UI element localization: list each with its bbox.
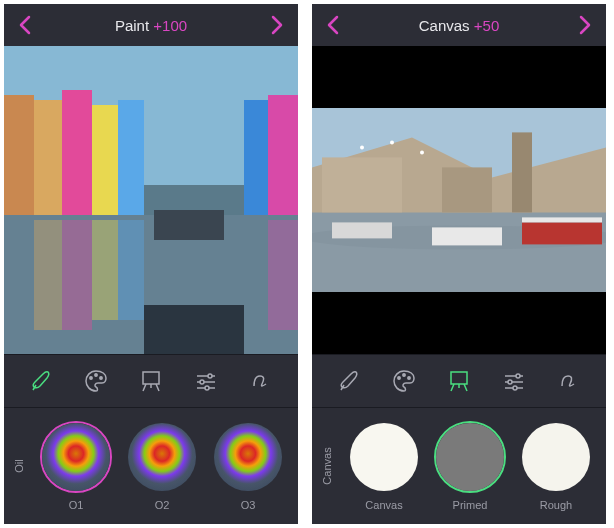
palette-icon [83, 368, 109, 394]
thumb-o1[interactable]: O1 [40, 421, 112, 511]
screen-paint: Paint +100 [4, 4, 298, 524]
top-bar: Canvas +50 [312, 4, 606, 46]
svg-rect-8 [268, 95, 298, 215]
back-button[interactable] [12, 12, 38, 38]
svg-rect-31 [332, 222, 392, 238]
painted-image [312, 108, 606, 293]
tool-sliders[interactable] [184, 359, 228, 403]
svg-rect-16 [144, 305, 244, 354]
svg-rect-10 [34, 220, 62, 330]
title-value: +50 [474, 17, 499, 34]
svg-point-18 [95, 374, 97, 376]
tool-brush[interactable] [327, 359, 371, 403]
svg-rect-2 [4, 95, 34, 215]
signature-icon [248, 368, 274, 394]
svg-rect-11 [62, 220, 92, 330]
top-bar: Paint +100 [4, 4, 298, 46]
svg-point-39 [403, 374, 405, 376]
tool-sliders[interactable] [492, 359, 536, 403]
thumb-canvas[interactable]: Canvas [348, 421, 420, 511]
painted-image [4, 46, 298, 354]
tool-palette[interactable] [382, 359, 426, 403]
brush-icon [28, 368, 54, 394]
tool-easel[interactable] [129, 359, 173, 403]
easel-icon [138, 368, 164, 394]
tool-easel[interactable] [437, 359, 481, 403]
tool-palette[interactable] [74, 359, 118, 403]
tool-bar [312, 354, 606, 408]
svg-rect-4 [62, 90, 92, 215]
sliders-icon [193, 368, 219, 394]
image-viewport[interactable] [312, 46, 606, 354]
back-button[interactable] [320, 12, 346, 38]
svg-point-43 [508, 380, 512, 384]
svg-rect-20 [143, 372, 159, 384]
screen-canvas: Canvas +50 [312, 4, 606, 524]
svg-point-37 [420, 150, 424, 154]
image-viewport[interactable] [4, 46, 298, 354]
thumb-list[interactable]: Canvas Primed Rough [342, 421, 606, 511]
svg-point-36 [390, 140, 394, 144]
thumb-primed[interactable]: Primed [434, 421, 506, 511]
svg-point-21 [208, 374, 212, 378]
forward-button[interactable] [572, 12, 598, 38]
svg-rect-7 [244, 100, 268, 215]
easel-icon [446, 368, 472, 394]
chevron-left-icon [18, 15, 32, 35]
svg-point-44 [513, 386, 517, 390]
svg-point-17 [90, 377, 92, 379]
chevron-left-icon [326, 15, 340, 35]
category-label: Canvas [312, 414, 342, 518]
tool-bar [4, 354, 298, 408]
svg-point-38 [398, 377, 400, 379]
svg-rect-12 [92, 220, 118, 320]
brush-icon [336, 368, 362, 394]
svg-rect-15 [154, 210, 224, 240]
svg-rect-28 [442, 167, 492, 212]
svg-rect-13 [118, 220, 144, 320]
svg-point-42 [516, 374, 520, 378]
thumb-list[interactable]: O1 O2 O3 [34, 421, 298, 511]
title-prefix: Canvas [419, 17, 474, 34]
tool-signature[interactable] [239, 359, 283, 403]
palette-icon [391, 368, 417, 394]
tool-signature[interactable] [547, 359, 591, 403]
thumb-o3[interactable]: O3 [212, 421, 284, 511]
svg-rect-41 [451, 372, 467, 384]
chevron-right-icon [578, 15, 592, 35]
svg-rect-27 [322, 157, 402, 212]
sliders-icon [501, 368, 527, 394]
title-prefix: Paint [115, 17, 153, 34]
filmstrip: Oil O1 O2 O3 [4, 408, 298, 524]
signature-icon [556, 368, 582, 394]
screen-title: Canvas +50 [419, 17, 499, 34]
title-value: +100 [153, 17, 187, 34]
chevron-right-icon [270, 15, 284, 35]
svg-point-23 [205, 386, 209, 390]
svg-rect-14 [268, 220, 298, 330]
tool-brush[interactable] [19, 359, 63, 403]
category-label: Oil [4, 414, 34, 518]
svg-rect-32 [432, 227, 502, 245]
forward-button[interactable] [264, 12, 290, 38]
svg-point-35 [360, 145, 364, 149]
svg-rect-6 [118, 100, 144, 215]
svg-rect-29 [512, 132, 532, 212]
svg-point-22 [200, 380, 204, 384]
svg-rect-33 [522, 222, 602, 244]
svg-rect-5 [92, 105, 118, 215]
svg-point-40 [408, 377, 410, 379]
svg-rect-34 [522, 217, 602, 222]
app-screens: Paint +100 [0, 0, 614, 528]
screen-title: Paint +100 [115, 17, 187, 34]
thumb-o2[interactable]: O2 [126, 421, 198, 511]
svg-point-19 [100, 377, 102, 379]
filmstrip: Canvas Canvas Primed Rough [312, 408, 606, 524]
svg-rect-3 [34, 100, 62, 215]
thumb-rough[interactable]: Rough [520, 421, 592, 511]
